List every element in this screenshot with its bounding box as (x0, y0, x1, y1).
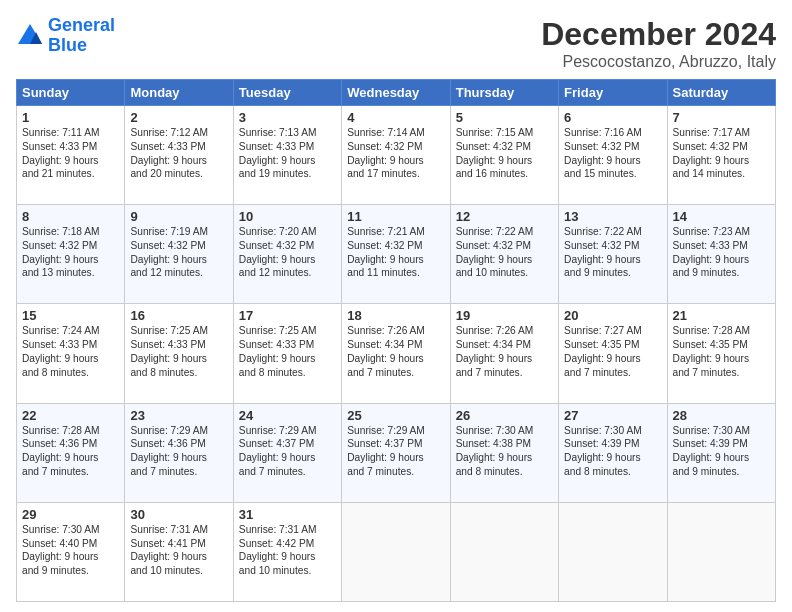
day-number: 11 (347, 209, 444, 224)
table-row: 31 Sunrise: 7:31 AMSunset: 4:42 PMDaylig… (233, 502, 341, 601)
week-row-1: 1 Sunrise: 7:11 AMSunset: 4:33 PMDayligh… (17, 106, 776, 205)
col-wednesday: Wednesday (342, 80, 450, 106)
day-number: 10 (239, 209, 336, 224)
day-number: 20 (564, 308, 661, 323)
day-info: Sunrise: 7:23 AMSunset: 4:33 PMDaylight:… (673, 225, 770, 280)
table-row: 20 Sunrise: 7:27 AMSunset: 4:35 PMDaylig… (559, 304, 667, 403)
table-row (450, 502, 558, 601)
day-info: Sunrise: 7:14 AMSunset: 4:32 PMDaylight:… (347, 126, 444, 181)
day-info: Sunrise: 7:31 AMSunset: 4:42 PMDaylight:… (239, 523, 336, 578)
table-row: 13 Sunrise: 7:22 AMSunset: 4:32 PMDaylig… (559, 205, 667, 304)
table-row: 5 Sunrise: 7:15 AMSunset: 4:32 PMDayligh… (450, 106, 558, 205)
day-number: 19 (456, 308, 553, 323)
table-row: 18 Sunrise: 7:26 AMSunset: 4:34 PMDaylig… (342, 304, 450, 403)
col-tuesday: Tuesday (233, 80, 341, 106)
table-row: 23 Sunrise: 7:29 AMSunset: 4:36 PMDaylig… (125, 403, 233, 502)
table-row: 15 Sunrise: 7:24 AMSunset: 4:33 PMDaylig… (17, 304, 125, 403)
week-row-5: 29 Sunrise: 7:30 AMSunset: 4:40 PMDaylig… (17, 502, 776, 601)
day-info: Sunrise: 7:30 AMSunset: 4:40 PMDaylight:… (22, 523, 119, 578)
table-row: 2 Sunrise: 7:12 AMSunset: 4:33 PMDayligh… (125, 106, 233, 205)
day-number: 29 (22, 507, 119, 522)
table-row: 22 Sunrise: 7:28 AMSunset: 4:36 PMDaylig… (17, 403, 125, 502)
table-row: 27 Sunrise: 7:30 AMSunset: 4:39 PMDaylig… (559, 403, 667, 502)
col-thursday: Thursday (450, 80, 558, 106)
table-row: 4 Sunrise: 7:14 AMSunset: 4:32 PMDayligh… (342, 106, 450, 205)
day-number: 27 (564, 408, 661, 423)
day-number: 5 (456, 110, 553, 125)
day-info: Sunrise: 7:15 AMSunset: 4:32 PMDaylight:… (456, 126, 553, 181)
day-info: Sunrise: 7:24 AMSunset: 4:33 PMDaylight:… (22, 324, 119, 379)
logo: General Blue (16, 16, 115, 56)
day-number: 14 (673, 209, 770, 224)
table-row: 30 Sunrise: 7:31 AMSunset: 4:41 PMDaylig… (125, 502, 233, 601)
day-info: Sunrise: 7:22 AMSunset: 4:32 PMDaylight:… (564, 225, 661, 280)
table-row: 17 Sunrise: 7:25 AMSunset: 4:33 PMDaylig… (233, 304, 341, 403)
table-row: 3 Sunrise: 7:13 AMSunset: 4:33 PMDayligh… (233, 106, 341, 205)
day-info: Sunrise: 7:21 AMSunset: 4:32 PMDaylight:… (347, 225, 444, 280)
day-info: Sunrise: 7:31 AMSunset: 4:41 PMDaylight:… (130, 523, 227, 578)
day-info: Sunrise: 7:16 AMSunset: 4:32 PMDaylight:… (564, 126, 661, 181)
table-row: 26 Sunrise: 7:30 AMSunset: 4:38 PMDaylig… (450, 403, 558, 502)
day-number: 8 (22, 209, 119, 224)
day-number: 31 (239, 507, 336, 522)
day-info: Sunrise: 7:29 AMSunset: 4:36 PMDaylight:… (130, 424, 227, 479)
day-info: Sunrise: 7:26 AMSunset: 4:34 PMDaylight:… (456, 324, 553, 379)
day-info: Sunrise: 7:30 AMSunset: 4:39 PMDaylight:… (564, 424, 661, 479)
day-info: Sunrise: 7:25 AMSunset: 4:33 PMDaylight:… (130, 324, 227, 379)
day-number: 7 (673, 110, 770, 125)
day-info: Sunrise: 7:19 AMSunset: 4:32 PMDaylight:… (130, 225, 227, 280)
table-row (667, 502, 775, 601)
day-number: 28 (673, 408, 770, 423)
table-row: 14 Sunrise: 7:23 AMSunset: 4:33 PMDaylig… (667, 205, 775, 304)
day-number: 30 (130, 507, 227, 522)
day-number: 3 (239, 110, 336, 125)
week-row-3: 15 Sunrise: 7:24 AMSunset: 4:33 PMDaylig… (17, 304, 776, 403)
day-info: Sunrise: 7:22 AMSunset: 4:32 PMDaylight:… (456, 225, 553, 280)
table-row: 21 Sunrise: 7:28 AMSunset: 4:35 PMDaylig… (667, 304, 775, 403)
calendar-table: Sunday Monday Tuesday Wednesday Thursday… (16, 79, 776, 602)
day-info: Sunrise: 7:30 AMSunset: 4:38 PMDaylight:… (456, 424, 553, 479)
day-number: 2 (130, 110, 227, 125)
main-title: December 2024 (541, 16, 776, 53)
col-friday: Friday (559, 80, 667, 106)
col-monday: Monday (125, 80, 233, 106)
day-info: Sunrise: 7:28 AMSunset: 4:35 PMDaylight:… (673, 324, 770, 379)
day-info: Sunrise: 7:17 AMSunset: 4:32 PMDaylight:… (673, 126, 770, 181)
page: General Blue December 2024 Pescocostanzo… (0, 0, 792, 612)
week-row-4: 22 Sunrise: 7:28 AMSunset: 4:36 PMDaylig… (17, 403, 776, 502)
day-number: 12 (456, 209, 553, 224)
day-number: 23 (130, 408, 227, 423)
day-number: 17 (239, 308, 336, 323)
day-info: Sunrise: 7:11 AMSunset: 4:33 PMDaylight:… (22, 126, 119, 181)
week-row-2: 8 Sunrise: 7:18 AMSunset: 4:32 PMDayligh… (17, 205, 776, 304)
day-info: Sunrise: 7:28 AMSunset: 4:36 PMDaylight:… (22, 424, 119, 479)
day-number: 4 (347, 110, 444, 125)
table-row: 6 Sunrise: 7:16 AMSunset: 4:32 PMDayligh… (559, 106, 667, 205)
day-info: Sunrise: 7:25 AMSunset: 4:33 PMDaylight:… (239, 324, 336, 379)
day-number: 22 (22, 408, 119, 423)
day-number: 18 (347, 308, 444, 323)
table-row: 10 Sunrise: 7:20 AMSunset: 4:32 PMDaylig… (233, 205, 341, 304)
day-number: 21 (673, 308, 770, 323)
title-block: December 2024 Pescocostanzo, Abruzzo, It… (541, 16, 776, 71)
day-number: 1 (22, 110, 119, 125)
day-number: 13 (564, 209, 661, 224)
table-row: 29 Sunrise: 7:30 AMSunset: 4:40 PMDaylig… (17, 502, 125, 601)
day-number: 25 (347, 408, 444, 423)
table-row (559, 502, 667, 601)
logo-icon (16, 22, 44, 50)
col-saturday: Saturday (667, 80, 775, 106)
day-info: Sunrise: 7:29 AMSunset: 4:37 PMDaylight:… (239, 424, 336, 479)
day-number: 9 (130, 209, 227, 224)
table-row: 28 Sunrise: 7:30 AMSunset: 4:39 PMDaylig… (667, 403, 775, 502)
logo-text: General Blue (48, 16, 115, 56)
day-info: Sunrise: 7:26 AMSunset: 4:34 PMDaylight:… (347, 324, 444, 379)
table-row: 7 Sunrise: 7:17 AMSunset: 4:32 PMDayligh… (667, 106, 775, 205)
table-row: 19 Sunrise: 7:26 AMSunset: 4:34 PMDaylig… (450, 304, 558, 403)
day-info: Sunrise: 7:29 AMSunset: 4:37 PMDaylight:… (347, 424, 444, 479)
table-row: 12 Sunrise: 7:22 AMSunset: 4:32 PMDaylig… (450, 205, 558, 304)
col-sunday: Sunday (17, 80, 125, 106)
day-info: Sunrise: 7:18 AMSunset: 4:32 PMDaylight:… (22, 225, 119, 280)
table-row: 8 Sunrise: 7:18 AMSunset: 4:32 PMDayligh… (17, 205, 125, 304)
table-row: 9 Sunrise: 7:19 AMSunset: 4:32 PMDayligh… (125, 205, 233, 304)
